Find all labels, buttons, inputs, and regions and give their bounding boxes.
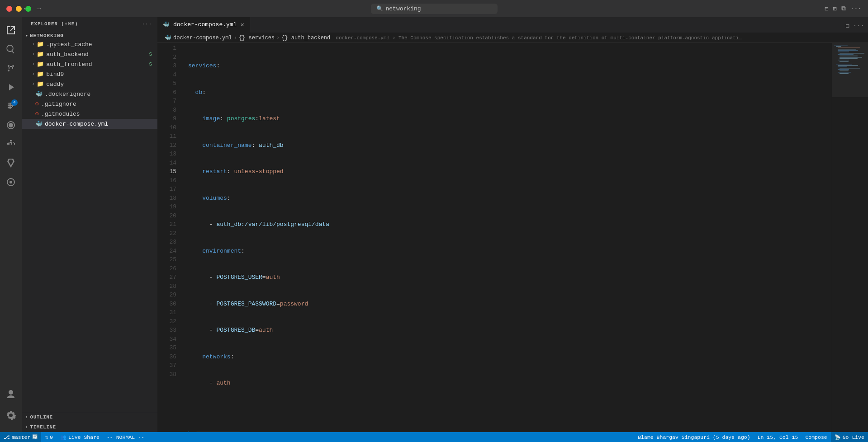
search-bar[interactable]: 🔍 networking <box>371 4 498 14</box>
line-num-16: 16 <box>157 176 176 185</box>
search-icon: 🔍 <box>376 5 383 12</box>
sidebar-item-run-debug[interactable] <box>2 79 19 96</box>
tree-item-gitmodules[interactable]: ⊙ .gitmodules <box>22 109 157 119</box>
explorer-title: Explorer (⇧⌘E) <box>31 21 78 27</box>
live-share-icon: 👥 <box>60 434 66 440</box>
line-num-22: 22 <box>157 229 176 238</box>
blame-status[interactable]: Blame Bhargav Singapuri (5 days ago) <box>634 432 754 442</box>
line-num-10: 10 <box>157 123 176 132</box>
sidebar-bottom: › OUTLINE › TIMELINE <box>22 412 157 432</box>
sidebar-item-explorer[interactable] <box>2 22 19 39</box>
svg-rect-14 <box>836 64 852 65</box>
docker-icon: 🐳 <box>35 90 43 98</box>
tree-item-label: .pytest_cache <box>46 41 92 48</box>
svg-rect-17 <box>840 68 860 69</box>
tab-bar: 🐳 docker-compose.yml ✕ ⊟ ··· <box>157 17 868 33</box>
live-share-status[interactable]: 👥 Live Share <box>57 432 103 442</box>
sidebar-item-gitgraph[interactable] <box>2 174 19 191</box>
sidebar-item-source-control[interactable] <box>2 60 19 77</box>
line-num-37: 37 <box>157 361 176 370</box>
split-editor-icon[interactable]: ⊟ <box>845 22 849 30</box>
sidebar-header: Explorer (⇧⌘E) ··· <box>22 17 157 30</box>
sidebar-item-testing[interactable] <box>2 155 19 172</box>
sidebar-item-remote[interactable] <box>2 117 19 134</box>
titlebar: ← → 🔍 networking ⊟ ⊞ ⧉ ··· <box>0 0 868 17</box>
tree-item-auth-frontend[interactable]: › 📁 auth_frontend S <box>22 59 157 69</box>
tree-item-label: docker-compose.yml <box>45 121 108 127</box>
sync-arrows-icon: ⇅ <box>45 434 48 440</box>
accounts-icon[interactable] <box>2 386 19 403</box>
status-bar: ⎇ master 🔄 ⇅ 0 👥 Live Share -- NORMAL --… <box>0 432 868 442</box>
go-live-text: Go Live <box>843 434 864 440</box>
position-status[interactable]: Ln 15, Col 15 <box>754 432 802 442</box>
tree-item-caddy[interactable]: › 📁 caddy <box>22 79 157 89</box>
encoding-status[interactable]: Compose <box>802 432 830 442</box>
line-num-25: 25 <box>157 255 176 264</box>
minimize-button[interactable] <box>16 6 22 12</box>
encoding-text: Compose <box>805 434 827 440</box>
code-line-11: - POSTGRES_DB=auth <box>188 326 832 335</box>
line-num-15: 15 <box>157 167 176 176</box>
tab-docker-icon: 🐳 <box>163 21 170 28</box>
modified-badge: S <box>149 52 152 57</box>
layout-icon-3[interactable]: ⧉ <box>841 5 846 13</box>
nav-forward-button[interactable]: → <box>35 5 43 13</box>
sidebar-item-search[interactable] <box>2 41 19 58</box>
nav-back-button[interactable]: ← <box>23 5 30 13</box>
more-actions-icon[interactable]: ··· <box>850 5 862 13</box>
chevron-right-icon: › <box>32 51 35 57</box>
tree-item-dockerignore[interactable]: 🐳 .dockerignore <box>22 89 157 99</box>
svg-rect-7 <box>840 53 864 54</box>
sync-icon: 🔄 <box>32 434 38 440</box>
layout-icon-2[interactable]: ⊞ <box>833 5 836 13</box>
line-num-38: 38 <box>157 370 176 379</box>
tab-close-icon[interactable]: ✕ <box>240 22 244 28</box>
bc-file[interactable]: docker-compose.yml <box>173 35 232 41</box>
settings-icon[interactable] <box>2 407 19 424</box>
timeline-section[interactable]: › TIMELINE <box>22 422 157 432</box>
line-num-30: 30 <box>157 300 176 309</box>
svg-rect-18 <box>838 69 849 70</box>
position-text: Ln 15, Col 15 <box>758 434 798 440</box>
chevron-right-icon: › <box>32 71 35 77</box>
svg-rect-8 <box>838 54 854 55</box>
tree-item-auth-backend[interactable]: › 📁 auth_backend S <box>22 49 157 59</box>
svg-rect-4 <box>838 49 856 50</box>
code-line-15: auth_backend: <box>188 432 832 432</box>
line-num-13: 13 <box>157 150 176 159</box>
nav-buttons: ← → <box>23 5 43 13</box>
more-options-icon[interactable]: ··· <box>142 21 152 27</box>
breadcrumb-sep-2: › <box>276 35 280 41</box>
project-root[interactable]: ▾ NETWORKING <box>22 30 157 39</box>
code-line-8: environment: <box>188 247 832 256</box>
code-editor[interactable]: services: db: image: postgres:latest con… <box>181 43 832 432</box>
tree-item-docker-compose[interactable]: 🐳 docker-compose.yml <box>22 119 157 129</box>
tree-item-bind9[interactable]: › 📁 bind9 <box>22 69 157 79</box>
go-live-status[interactable]: 📡 Go Live <box>831 432 868 442</box>
close-button[interactable] <box>6 6 12 12</box>
chevron-right-icon: › <box>25 415 28 420</box>
chevron-down-icon: ▾ <box>25 33 28 38</box>
line-num-1: 1 <box>157 44 176 53</box>
bc-services[interactable]: {} services <box>239 35 275 41</box>
code-line-2: db: <box>188 88 832 97</box>
tree-item-label: .gitmodules <box>41 111 80 118</box>
bc-auth-backend[interactable]: {} auth_backend <box>281 35 330 41</box>
git-branch-status[interactable]: ⎇ master 🔄 <box>0 432 41 442</box>
tab-docker-compose[interactable]: 🐳 docker-compose.yml ✕ <box>157 17 250 33</box>
layout-icon-1[interactable]: ⊟ <box>825 5 828 13</box>
line-num-17: 17 <box>157 185 176 194</box>
tree-item-pytest-cache[interactable]: › 📁 .pytest_cache <box>22 39 157 49</box>
status-bar-left: ⎇ master 🔄 ⇅ 0 👥 Live Share -- NORMAL -- <box>0 432 148 442</box>
sync-count-status[interactable]: ⇅ 0 <box>41 432 57 442</box>
tree-item-gitignore[interactable]: ⊙ .gitignore <box>22 99 157 109</box>
more-tab-actions-icon[interactable]: ··· <box>853 22 864 30</box>
outline-section[interactable]: › OUTLINE <box>22 412 157 422</box>
code-line-6: volumes: <box>188 194 832 203</box>
line-num-9: 9 <box>157 114 176 123</box>
line-num-32: 32 <box>157 317 176 326</box>
svg-rect-16 <box>838 66 847 67</box>
sidebar-item-docker[interactable] <box>2 136 19 153</box>
chevron-right-icon: › <box>32 61 35 67</box>
sidebar-item-extensions[interactable]: 4 <box>2 98 19 115</box>
